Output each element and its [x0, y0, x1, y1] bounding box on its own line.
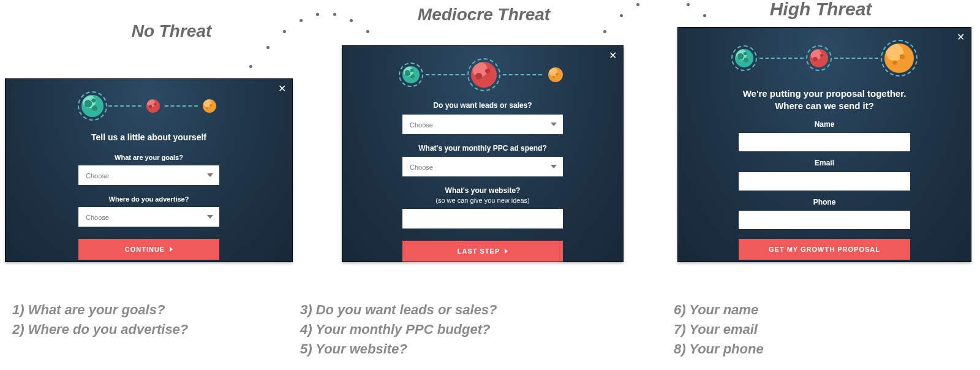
field-label-name: Name	[678, 120, 971, 130]
planet-mars-icon	[471, 62, 497, 88]
threat-label-none: No Threat	[92, 21, 251, 41]
progress-dash	[165, 105, 198, 107]
modal-headline: Tell us a little about yourself	[6, 132, 292, 143]
headline-line-2: Where can we send it?	[775, 100, 874, 111]
caption-item: 6) Your name	[674, 300, 764, 320]
caption-item: 7) Your email	[674, 320, 764, 339]
planet-earth-icon	[735, 49, 753, 67]
continue-button[interactable]: CONTINUE	[78, 239, 219, 260]
field-label-ppc-spend: What's your monthly PPC ad spend?	[342, 144, 623, 154]
planet-mars-icon	[810, 49, 828, 67]
progress-dash	[760, 58, 804, 59]
input-website[interactable]	[402, 209, 563, 228]
planet-earth-icon	[81, 95, 104, 117]
select-placeholder: Choose	[86, 214, 109, 221]
planet-earth-icon	[402, 66, 420, 83]
headline-line-1: We're putting your proposal together.	[743, 88, 907, 99]
select-placeholder: Choose	[410, 121, 433, 129]
planet-sun-icon	[548, 67, 563, 82]
chevron-down-icon	[551, 123, 557, 126]
caption-item: 1) What are your goals?	[12, 300, 188, 320]
select-placeholder: Choose	[86, 172, 109, 179]
caption-item: 2) Where do you advertise?	[12, 320, 188, 339]
planet-sun-icon	[203, 99, 216, 113]
get-proposal-button[interactable]: GET MY GROWTH PROPOSAL	[739, 239, 910, 260]
caption-item: 3) Do you want leads or sales?	[300, 300, 497, 320]
modal-step-3: ✕ We're putting your proposal together. …	[677, 27, 971, 262]
input-email[interactable]	[739, 172, 910, 191]
planet-mars-icon	[146, 99, 160, 113]
captions-stage-2: 3) Do you want leads or sales? 4) Your m…	[300, 300, 497, 359]
select-placeholder: Choose	[410, 164, 433, 171]
caption-item: 4) Your monthly PPC budget?	[300, 320, 497, 339]
progress-dash	[426, 74, 465, 75]
progress-dash	[834, 58, 878, 59]
threat-label-mediocre: Mediocre Threat	[404, 5, 564, 25]
field-label-website-sub: (so we can give you new ideas)	[435, 197, 529, 204]
captions-stage-1: 1) What are your goals? 2) Where do you …	[12, 300, 188, 339]
progress-dash	[108, 105, 141, 107]
caption-item: 8) Your phone	[674, 339, 764, 359]
select-goals[interactable]: Choose	[78, 165, 219, 185]
modal-step-1: ✕ Tell us a little about yourself What a…	[5, 78, 293, 262]
modal-headline: We're putting your proposal together. Wh…	[678, 88, 971, 113]
close-icon[interactable]: ✕	[609, 51, 617, 61]
threat-label-high: High Threat	[741, 0, 900, 20]
field-label-phone: Phone	[678, 198, 971, 208]
chevron-right-icon	[505, 249, 508, 254]
field-label-advertise: Where do you advertise?	[6, 195, 292, 203]
input-name[interactable]	[739, 133, 910, 151]
button-label: LAST STEP	[458, 247, 500, 255]
field-label-website-main: What's your website?	[445, 186, 521, 195]
field-label-goals: What are your goals?	[6, 153, 292, 162]
select-leads-sales[interactable]: Choose	[402, 115, 563, 134]
field-label-email: Email	[678, 159, 971, 168]
input-phone[interactable]	[739, 211, 910, 229]
button-label: GET MY GROWTH PROPOSAL	[769, 246, 880, 253]
caption-item: 5) Your website?	[300, 339, 497, 359]
captions-stage-3: 6) Your name 7) Your email 8) Your phone	[674, 300, 764, 359]
progress-planets	[6, 95, 292, 117]
select-ppc-spend[interactable]: Choose	[402, 157, 563, 176]
chevron-down-icon	[207, 215, 213, 219]
chevron-right-icon	[170, 247, 173, 252]
field-label-leads-sales: Do you want leads or sales?	[342, 101, 623, 111]
select-advertise[interactable]: Choose	[78, 207, 219, 227]
progress-planets	[678, 43, 971, 73]
button-label: CONTINUE	[125, 246, 165, 253]
close-icon[interactable]: ✕	[278, 84, 286, 94]
close-icon[interactable]: ✕	[957, 32, 965, 42]
planet-sun-icon	[884, 43, 914, 73]
last-step-button[interactable]: LAST STEP	[402, 241, 563, 262]
field-label-website: What's your website? (so we can give you…	[342, 186, 623, 205]
chevron-down-icon	[551, 165, 557, 168]
progress-dash	[503, 74, 542, 75]
chevron-down-icon	[207, 173, 213, 177]
modal-step-2: ✕ Do you want leads or sales? Choose Wha…	[342, 45, 624, 262]
progress-planets	[342, 62, 623, 88]
